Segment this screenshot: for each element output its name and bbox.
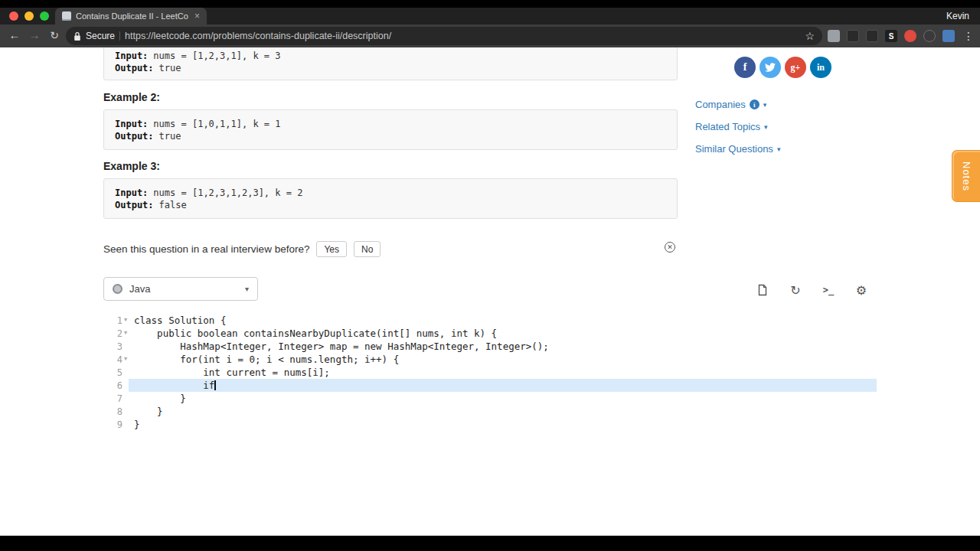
document-icon[interactable] [754,282,771,298]
twitter-share-button[interactable] [760,57,781,78]
leetcode-favicon-icon [62,11,71,21]
tab-close-icon[interactable]: × [194,11,200,21]
example-input-line: Input:nums = [1,2,3,1,2,3], k = 2 [115,187,666,199]
output-value: false [159,200,187,210]
macos-screen: Contains Duplicate II - LeetCo × Kevin ←… [0,0,980,551]
interview-question: Seen this question in a real interview b… [103,243,309,255]
secure-lock-icon [74,31,81,41]
minimize-window-button[interactable] [24,11,34,21]
output-label: Output: [115,63,154,73]
extension-dark-circle-icon[interactable] [923,30,936,42]
code-line: 3 HashMap<Integer, Integer> map = new Ha… [103,340,877,353]
zoom-window-button[interactable] [40,11,49,21]
input-value: nums = [1,0,1,1], k = 1 [153,119,280,129]
extension-blue-app-icon[interactable] [942,30,955,42]
example-output-line: Output:false [115,199,666,211]
line-number: 9 [103,419,122,430]
window-controls [9,11,49,21]
sidebar-link-label: Companies [695,99,746,110]
input-label: Input: [115,187,148,198]
code-line: 9 } [103,418,877,431]
console-icon[interactable]: >_ [820,282,837,298]
address-bar[interactable]: Secure https://leetcode.com/problems/con… [66,27,822,45]
example-output-line: Output:true [115,130,666,142]
code-editor[interactable]: 1 ▼ class Solution { 2 ▼ public boolean … [103,314,877,431]
example-output-line: Output:true [115,62,666,74]
extension-camera-icon[interactable] [828,30,840,42]
sidebar-link-companies[interactable]: Companies i ▾ [695,99,766,110]
code-text: if [129,379,877,392]
googleplus-share-button[interactable]: g+ [785,57,806,78]
forward-button[interactable]: → [26,28,43,41]
fold-icon[interactable]: ▼ [122,327,129,340]
interview-prompt: Seen this question in a real interview b… [103,241,381,257]
chevron-down-icon: ▾ [763,100,767,109]
extension-dark-app-2-icon[interactable] [866,30,878,42]
close-window-button[interactable] [9,11,18,21]
extension-s-icon[interactable]: S [885,30,897,42]
language-label: Java [129,283,238,295]
menubar-username: Kevin [946,11,969,21]
code-line-active: 6 if [103,379,877,392]
facebook-share-button[interactable]: f [734,57,756,78]
reset-code-icon[interactable]: ↻ [787,282,804,298]
code-line: 2 ▼ public boolean containsNearbyDuplica… [103,327,877,340]
output-label: Output: [115,200,154,210]
browser-tab[interactable]: Contains Duplicate II - LeetCo × [55,8,207,24]
back-button[interactable]: ← [6,28,23,41]
code-line: 7 } [103,392,877,405]
code-text: } [129,392,877,405]
line-number: 1 [103,315,122,326]
chevron-down-icon: ▾ [245,285,249,293]
code-line: 1 ▼ class Solution { [103,314,877,327]
refresh-button[interactable]: ↻ [46,29,63,41]
notes-tab[interactable]: Notes [952,150,980,202]
line-number: 3 [103,341,122,352]
language-selector[interactable]: Java ▾ [103,277,258,301]
info-icon: i [750,99,760,109]
code-text: class Solution { [129,314,877,327]
line-number: 8 [103,406,122,417]
code-line: 8 } [103,405,877,418]
input-value: nums = [1,2,3,1], k = 3 [153,51,280,61]
no-button[interactable]: No [354,241,381,257]
input-label: Input: [115,119,148,129]
sidebar-link-similar-questions[interactable]: Similar Questions ▾ [695,143,780,155]
line-number: 5 [103,367,122,378]
example-input-line: Input:nums = [1,0,1,1], k = 1 [115,118,666,130]
chevron-down-icon: ▾ [764,122,768,131]
example-3-heading: Example 3: [103,160,160,172]
example-input-line: Input:nums = [1,2,3,1], k = 3 [115,50,666,62]
twitter-bird-icon [765,62,776,73]
extension-dark-app-icon[interactable] [847,30,859,42]
example-2-heading: Example 2: [103,91,160,103]
omnibox-divider [119,31,120,41]
bookmark-star-icon[interactable]: ☆ [805,30,815,42]
code-text: int current = nums[i]; [129,366,877,379]
browser-menu-icon[interactable]: ⋮ [962,30,974,42]
code-text: } [129,418,877,431]
settings-gear-icon[interactable]: ⚙ [853,282,870,298]
yes-button[interactable]: Yes [316,241,347,257]
line-number: 7 [103,393,122,404]
browser-tab-bar: Contains Duplicate II - LeetCo × Kevin [0,8,980,24]
output-label: Output: [115,131,154,142]
example-1-box: Input:nums = [1,2,3,1], k = 3 Output:tru… [103,47,678,80]
code-text: } [129,405,877,418]
code-text: HashMap<Integer, Integer> map = new Hash… [129,340,877,353]
code-line: 4 ▼ for(int i = 0; i < nums.length; i++)… [103,353,877,366]
text-cursor [214,380,216,390]
page-content: Input:nums = [1,2,3,1], k = 3 Output:tru… [0,47,980,536]
linkedin-share-button[interactable]: in [810,57,831,78]
fold-icon[interactable]: ▼ [122,353,129,366]
share-buttons: f g+ in [734,57,831,78]
extension-red-circle-icon[interactable] [904,30,916,42]
tab-title: Contains Duplicate II - LeetCo [76,11,190,21]
notes-tab-label: Notes [961,161,972,191]
line-number: 6 [103,380,122,391]
fold-icon[interactable]: ▼ [122,314,129,327]
sidebar-link-related-topics[interactable]: Related Topics ▾ [695,121,768,132]
sidebar-link-label: Related Topics [695,121,760,132]
example-2-box: Input:nums = [1,0,1,1], k = 1 Output:tru… [103,109,678,150]
dismiss-icon[interactable]: ✕ [665,242,675,253]
